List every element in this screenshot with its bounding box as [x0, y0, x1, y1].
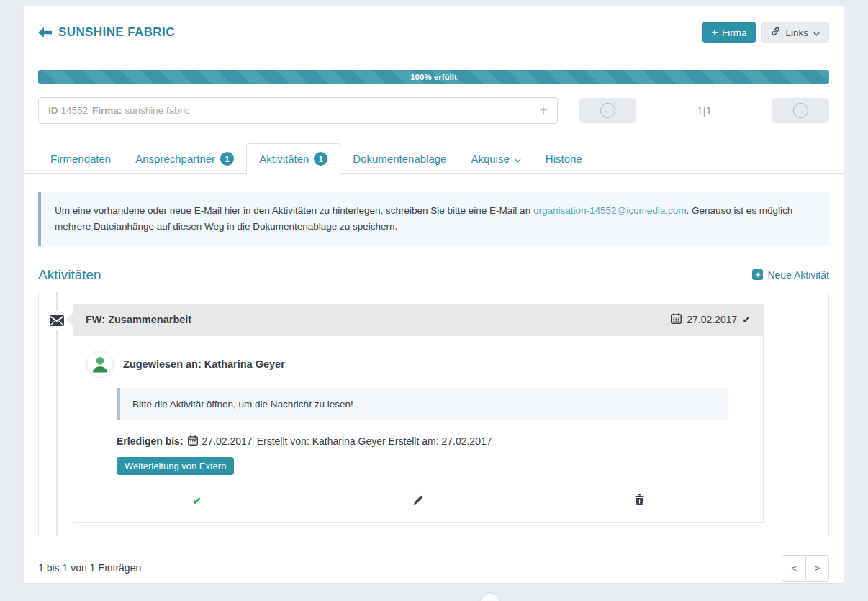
activities-section-header: Aktivitäten + Neue Aktivität	[38, 267, 829, 283]
tab-akquise[interactable]: Akquise	[458, 143, 533, 174]
section-title: Aktivitäten	[38, 267, 101, 283]
calendar-icon	[671, 313, 682, 326]
organisation-email-link[interactable]: organisation-14552@icomedia.com	[533, 205, 687, 216]
entries-summary: 1 bis 1 von 1 Einträgen	[38, 562, 141, 574]
page-prev-button[interactable]: <	[782, 555, 805, 582]
plus-square-icon: +	[752, 269, 763, 280]
check-icon: ✔	[192, 494, 202, 507]
field-plus-icon[interactable]: +	[539, 102, 548, 119]
page-next-button[interactable]: >	[805, 555, 829, 582]
activity-card-header[interactable]: FW: Zusammenarbeit	[73, 304, 764, 336]
list-footer: 1 bis 1 von 1 Einträgen < >	[38, 555, 829, 582]
record-search-field[interactable]: ID 14552 Firma: sunshine fabric +	[38, 97, 558, 124]
arrow-left-circle-icon: ←	[600, 103, 615, 118]
edit-activity-button[interactable]	[307, 494, 528, 509]
complete-activity-button[interactable]: ✔	[86, 494, 307, 509]
created-info: Erstellt von: Katharina Geyer Erstellt a…	[257, 435, 492, 447]
tag-row: Weiterleitung von Extern	[117, 457, 750, 475]
main-panel: SUNSHINE FABRIC + Firma Links	[24, 6, 844, 583]
tab-aktivitaeten[interactable]: Aktivitäten 1	[246, 143, 340, 174]
assigned-row: Zugewiesen an: Katharina Geyer	[86, 351, 750, 378]
tab-historie[interactable]: Historie	[533, 143, 595, 174]
add-firma-button[interactable]: + Firma	[702, 22, 756, 43]
record-bar: ID 14552 Firma: sunshine fabric + ← 1|1 …	[38, 97, 829, 124]
activity-details: Erledigen bis: 27.02.2017	[117, 435, 750, 448]
new-activity-button[interactable]: + Neue Aktivität	[752, 269, 829, 281]
previous-record-button[interactable]: ←	[579, 98, 636, 123]
count-badge: 1	[220, 152, 234, 166]
tab-ansprechpartner[interactable]: Ansprechpartner 1	[123, 143, 246, 174]
activities-list: FW: Zusammenarbeit	[38, 292, 829, 536]
links-dropdown-button[interactable]: Links	[761, 22, 829, 43]
activity-title: FW: Zusammenarbeit	[86, 314, 191, 325]
avatar	[86, 351, 114, 378]
record-navigation: ← 1|1 →	[558, 98, 829, 123]
company-title: SUNSHINE FABRIC	[58, 25, 175, 40]
next-record-button[interactable]: →	[772, 98, 829, 123]
email-info-alert: Um eine vorhandene oder neue E-Mail hier…	[38, 192, 829, 246]
link-icon	[771, 27, 780, 38]
completion-progress-bar: 100% erfüllt	[38, 70, 829, 84]
activity-due-date: 27.02.2017 ✔	[671, 313, 751, 326]
plus-icon: +	[712, 27, 718, 38]
activity-actions: ✔	[86, 494, 750, 512]
back-arrow-icon[interactable]	[38, 27, 52, 37]
email-envelope-icon	[49, 311, 65, 330]
header-actions: + Firma Links	[702, 22, 829, 43]
activity-tag: Weiterleitung von Extern	[117, 457, 234, 475]
arrow-right-circle-icon: →	[793, 103, 808, 118]
app-page: SUNSHINE FABRIC + Firma Links	[0, 0, 868, 601]
assigned-to-label: Zugewiesen an: Katharina Geyer	[123, 358, 285, 370]
pagination: < >	[782, 555, 829, 582]
count-badge: 1	[314, 152, 327, 166]
due-date-value: 27.02.2017	[202, 435, 253, 447]
delete-activity-button[interactable]	[529, 494, 750, 509]
calendar-icon	[188, 435, 198, 448]
tab-bar: Firmendaten Ansprechpartner 1 Aktivitäte…	[24, 143, 844, 174]
tab-dokumentenablage[interactable]: Dokumentenablage	[340, 143, 458, 174]
pencil-icon	[412, 496, 424, 508]
help-widget-peek[interactable]	[479, 592, 501, 601]
record-count: 1|1	[636, 104, 772, 117]
page-title: SUNSHINE FABRIC	[38, 25, 175, 40]
progress-label: 100% erfüllt	[410, 73, 457, 81]
activity-card: FW: Zusammenarbeit	[73, 304, 764, 523]
trash-icon	[635, 495, 644, 507]
activity-note: Bitte die Aktivität öffnen, um die Nachr…	[117, 388, 728, 420]
page-header: SUNSHINE FABRIC + Firma Links	[24, 6, 844, 55]
tab-firmendaten[interactable]: Firmendaten	[38, 143, 123, 174]
activity-card-body: Zugewiesen an: Katharina Geyer Bitte die…	[73, 336, 764, 523]
chevron-down-icon	[813, 27, 820, 38]
chevron-down-icon	[515, 153, 521, 165]
completed-check-icon: ✔	[742, 314, 751, 325]
